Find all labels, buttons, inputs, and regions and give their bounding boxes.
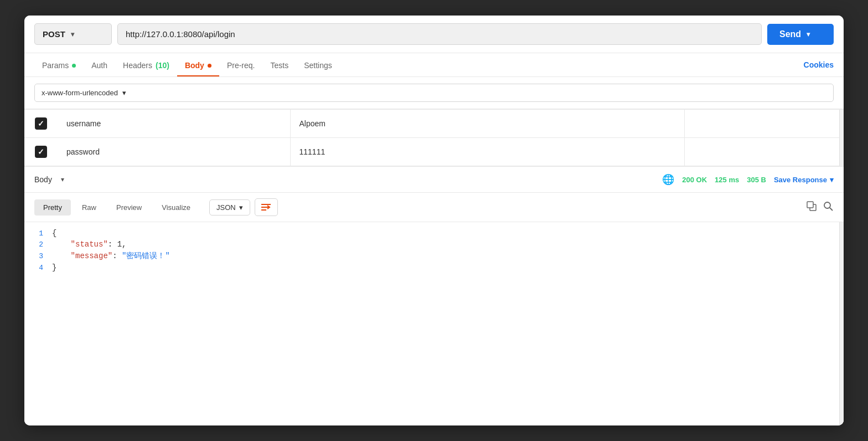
field-desc: [684, 138, 844, 166]
code-line: 1{: [24, 228, 844, 239]
tab-tests[interactable]: Tests: [262, 53, 296, 76]
line-content: "status": 1,: [52, 240, 126, 249]
field-key[interactable]: username: [58, 110, 290, 138]
svg-rect-4: [807, 202, 813, 208]
send-chevron: ▾: [807, 30, 810, 38]
response-tabs-row: Pretty Raw Preview Visualize JSON ▾: [24, 193, 844, 222]
response-label: Body: [34, 175, 52, 184]
form-table: ✓ username Alpoem ✓ password 111111: [24, 110, 844, 166]
field-value[interactable]: Alpoem: [290, 110, 684, 138]
form-table-wrapper: ✓ username Alpoem ✓ password 111111: [24, 109, 844, 166]
line-number: 2: [24, 240, 52, 249]
code-scrollbar[interactable]: [839, 222, 844, 425]
send-button[interactable]: Send ▾: [767, 24, 834, 45]
field-value[interactable]: 111111: [290, 138, 684, 166]
resp-tab-raw[interactable]: Raw: [73, 199, 105, 216]
resp-tab-pretty[interactable]: Pretty: [34, 199, 71, 216]
params-dot: [72, 64, 76, 68]
table-row: ✓ username Alpoem: [24, 110, 844, 138]
resp-tab-raw-label: Raw: [82, 203, 96, 212]
tab-prereq-label: Pre-req.: [227, 61, 255, 70]
field-key[interactable]: password: [58, 138, 290, 166]
response-actions: [806, 201, 834, 214]
url-input[interactable]: [117, 23, 762, 45]
main-window: POST ▾ Send ▾ Params Auth Headers (10) B…: [24, 16, 844, 425]
wrap-button[interactable]: [255, 198, 278, 216]
code-line: 3 "message": "密码错误！": [24, 250, 844, 262]
method-chevron: ▾: [71, 30, 74, 38]
body-dot: [208, 64, 211, 68]
line-number: 1: [24, 229, 52, 238]
resp-tab-pretty-label: Pretty: [43, 203, 62, 212]
line-content: {: [52, 229, 56, 238]
code-line: 2 "status": 1,: [24, 239, 844, 250]
format-select[interactable]: JSON ▾: [209, 199, 250, 216]
tab-body-label: Body: [185, 61, 204, 70]
resp-tab-visualize[interactable]: Visualize: [153, 199, 199, 216]
response-header: Body ▾ 🌐 200 OK 125 ms 305 B Save Respon…: [24, 166, 844, 193]
format-label: JSON: [216, 203, 236, 212]
code-area: 1{2 "status": 1,3 "message": "密码错误！"4}: [24, 222, 844, 425]
resp-tab-preview-label: Preview: [116, 203, 142, 212]
body-type-chevron: ▾: [122, 89, 126, 97]
search-button[interactable]: [823, 201, 834, 214]
globe-icon: 🌐: [662, 173, 674, 186]
response-meta: 🌐 200 OK 125 ms 305 B Save Response ▾: [73, 173, 834, 186]
url-bar: POST ▾ Send ▾: [24, 16, 844, 53]
send-label: Send: [779, 29, 801, 39]
headers-count: (10): [156, 61, 169, 70]
resp-tab-visualize-label: Visualize: [162, 203, 190, 212]
table-scrollbar[interactable]: [839, 110, 844, 166]
tab-tests-label: Tests: [270, 61, 288, 70]
line-number: 4: [24, 264, 52, 272]
response-time: 125 ms: [715, 176, 739, 184]
search-icon: [823, 201, 834, 212]
tab-prereq[interactable]: Pre-req.: [219, 53, 263, 76]
status-badge: 200 OK: [682, 176, 707, 184]
save-response-button[interactable]: Save Response ▾: [774, 176, 834, 184]
tab-headers[interactable]: Headers (10): [115, 53, 177, 76]
body-type-select[interactable]: x-www-form-urlencoded ▾: [34, 84, 834, 102]
code-line: 4}: [24, 262, 844, 273]
tab-auth-label: Auth: [91, 61, 107, 70]
table-row: ✓ password 111111: [24, 138, 844, 166]
resp-tab-preview[interactable]: Preview: [107, 199, 151, 216]
tabs-row: Params Auth Headers (10) Body Pre-req. T…: [24, 53, 844, 77]
body-type-row: x-www-form-urlencoded ▾: [24, 77, 844, 109]
cookies-link[interactable]: Cookies: [804, 60, 834, 69]
row-checkbox[interactable]: ✓: [35, 117, 47, 130]
wrap-icon: [261, 202, 272, 212]
tab-settings-label: Settings: [304, 61, 332, 70]
response-chevron[interactable]: ▾: [61, 176, 64, 183]
tab-settings[interactable]: Settings: [296, 53, 340, 76]
method-select[interactable]: POST ▾: [34, 23, 112, 45]
body-type-label: x-www-form-urlencoded: [42, 89, 118, 97]
line-content: "message": "密码错误！": [52, 251, 170, 261]
svg-point-5: [824, 202, 830, 208]
tab-params-label: Params: [42, 61, 69, 70]
response-size: 305 B: [747, 176, 766, 184]
tab-params[interactable]: Params: [34, 53, 84, 76]
copy-icon: [806, 201, 817, 212]
tab-body[interactable]: Body: [177, 53, 219, 76]
format-chevron: ▾: [239, 203, 243, 212]
method-label: POST: [43, 29, 65, 39]
tab-headers-label: Headers: [123, 61, 152, 70]
save-response-chevron: ▾: [830, 176, 834, 184]
row-checkbox[interactable]: ✓: [35, 146, 47, 158]
tab-auth[interactable]: Auth: [84, 53, 115, 76]
line-content: }: [52, 263, 56, 272]
svg-line-6: [830, 208, 833, 211]
field-desc: [684, 110, 844, 138]
save-response-label: Save Response: [774, 176, 827, 184]
line-number: 3: [24, 252, 52, 260]
copy-button[interactable]: [806, 201, 817, 214]
